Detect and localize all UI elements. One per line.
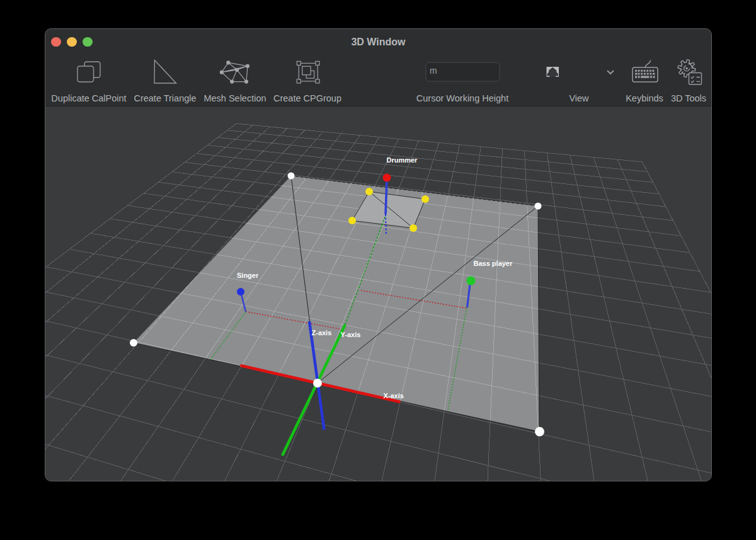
svg-text:Z-axis: Z-axis	[312, 329, 332, 336]
svg-text:Singer: Singer	[237, 272, 259, 279]
svg-text:Drummer: Drummer	[387, 156, 418, 164]
svg-text:m: m	[430, 66, 437, 76]
svg-text:Bass player: Bass player	[474, 260, 513, 267]
svg-text:Y-axis: Y-axis	[341, 331, 361, 338]
svg-text:X-axis: X-axis	[384, 392, 404, 399]
